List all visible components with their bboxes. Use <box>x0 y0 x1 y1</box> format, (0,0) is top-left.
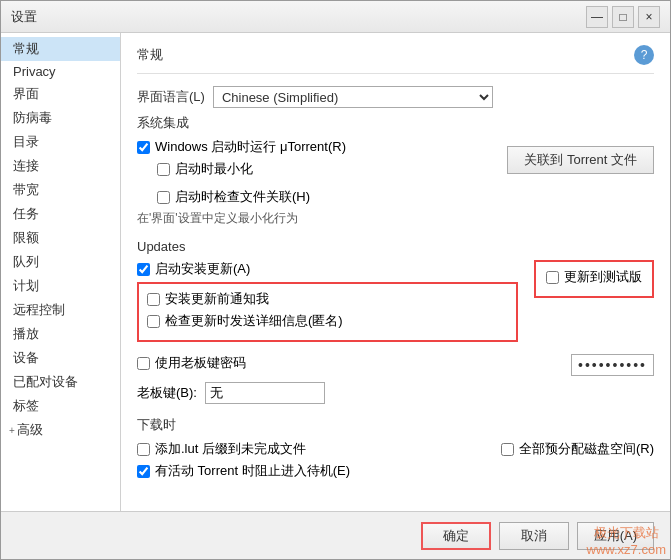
startup-run-checkbox[interactable] <box>137 141 150 154</box>
sidebar-item-playback[interactable]: 播放 <box>1 322 120 346</box>
old-key-label: 老板键(B): <box>137 384 197 402</box>
use-old-keymap-label: 使用老板键密码 <box>155 354 246 372</box>
sidebar-item-privacy[interactable]: Privacy <box>1 61 120 82</box>
sidebar: 常规 Privacy 界面 防病毒 目录 连接 带宽 任务 限额 队列 计划 远… <box>1 33 121 511</box>
send-info-checkbox[interactable] <box>147 315 160 328</box>
notify-before-install-row: 安装更新前通知我 <box>147 290 508 308</box>
download-section: 下载时 添加.lut 后缀到未完成文件 有活动 Torrent 时阻止进入待机(… <box>137 416 654 484</box>
auto-install-checkbox[interactable] <box>137 263 150 276</box>
old-key-row: 老板键(B): <box>137 382 654 404</box>
minimize-behavior-label: 在'界面'设置中定义最小化行为 <box>137 210 654 227</box>
password-field[interactable]: •••••••••• <box>571 354 654 376</box>
language-select[interactable]: Chinese (Simplified)EnglishJapanese <box>213 86 493 108</box>
sidebar-item-advanced[interactable]: + 高级 <box>1 418 120 442</box>
use-old-keymap-checkbox-row: 使用老板键密码 <box>137 354 563 372</box>
title-bar: 设置 — □ × <box>1 1 670 33</box>
full-alloc-checkbox[interactable] <box>501 443 514 456</box>
startup-run-label: Windows 启动时运行 μTorrent(R) <box>155 138 346 156</box>
sidebar-item-limit[interactable]: 限额 <box>1 226 120 250</box>
send-info-label: 检查更新时发送详细信息(匿名) <box>165 312 343 330</box>
startup-minimize-checkbox[interactable] <box>157 163 170 176</box>
sidebar-item-schedule[interactable]: 计划 <box>1 274 120 298</box>
expand-icon: + <box>9 425 15 436</box>
associate-btn[interactable]: 关联到 Torrent 文件 <box>507 146 654 174</box>
startup-minimize-row: 启动时最小化 <box>137 160 499 178</box>
updates-sub-box: 安装更新前通知我 检查更新时发送详细信息(匿名) <box>137 282 518 342</box>
beta-update-row: 更新到测试版 <box>546 268 642 286</box>
startup-check-assoc-row: 启动时检查文件关联(H) <box>157 188 654 206</box>
full-alloc-row: 全部预分配磁盘空间(R) <box>501 440 654 458</box>
use-old-keymap-row: 使用老板键密码 •••••••••• <box>137 354 654 376</box>
sidebar-item-ui[interactable]: 界面 <box>1 82 120 106</box>
sidebar-item-queue[interactable]: 队列 <box>1 250 120 274</box>
startup-check-assoc-label: 启动时检查文件关联(H) <box>175 188 310 206</box>
add-lut-label: 添加.lut 后缀到未完成文件 <box>155 440 306 458</box>
cancel-button[interactable]: 取消 <box>499 522 569 550</box>
sidebar-item-task[interactable]: 任务 <box>1 202 120 226</box>
startup-minimize-label: 启动时最小化 <box>175 160 253 178</box>
active-torrent-label: 有活动 Torrent 时阻止进入待机(E) <box>155 462 350 480</box>
updates-section: Updates 启动安装更新(A) 安装更新前通知我 <box>137 239 654 342</box>
watermark-line1: 极光下载站 <box>587 524 666 542</box>
download-section-title: 下载时 <box>137 416 654 434</box>
watermark: 极光下载站 www.xz7.com <box>587 524 666 557</box>
auto-install-label: 启动安装更新(A) <box>155 260 250 278</box>
sidebar-item-directory[interactable]: 目录 <box>1 130 120 154</box>
watermark-line2: www.xz7.com <box>587 542 666 557</box>
sidebar-item-antivirus[interactable]: 防病毒 <box>1 106 120 130</box>
auto-install-row: 启动安装更新(A) <box>137 260 518 278</box>
system-section-title: 系统集成 <box>137 114 654 132</box>
active-torrent-checkbox[interactable] <box>137 465 150 478</box>
startup-run-row: Windows 启动时运行 μTorrent(R) 启动时最小化 关联到 Tor… <box>137 138 654 182</box>
help-button[interactable]: ? <box>634 45 654 65</box>
sidebar-item-tags[interactable]: 标签 <box>1 394 120 418</box>
confirm-button[interactable]: 确定 <box>421 522 491 550</box>
beta-update-checkbox[interactable] <box>546 271 559 284</box>
close-button[interactable]: × <box>638 6 660 28</box>
full-alloc-label: 全部预分配磁盘空间(R) <box>519 440 654 458</box>
lang-label: 界面语言(L) <box>137 88 205 106</box>
send-info-row: 检查更新时发送详细信息(匿名) <box>147 312 508 330</box>
updates-section-title: Updates <box>137 239 654 254</box>
associate-btn-wrapper: 关联到 Torrent 文件 <box>507 146 654 174</box>
title-bar-controls: — □ × <box>586 6 660 28</box>
maximize-button[interactable]: □ <box>612 6 634 28</box>
main-panel: 常规 ? 界面语言(L) Chinese (Simplified)English… <box>121 33 670 511</box>
window-title: 设置 <box>11 8 37 26</box>
sidebar-item-device[interactable]: 设备 <box>1 346 120 370</box>
sidebar-item-paired-device[interactable]: 已配对设备 <box>1 370 120 394</box>
beta-update-label: 更新到测试版 <box>564 268 642 286</box>
add-lut-checkbox[interactable] <box>137 443 150 456</box>
sidebar-item-general[interactable]: 常规 <box>1 37 120 61</box>
download-left: 添加.lut 后缀到未完成文件 有活动 Torrent 时阻止进入待机(E) <box>137 440 485 484</box>
system-section: 系统集成 Windows 启动时运行 μTorrent(R) 启动时最小化 <box>137 114 654 227</box>
content-area: 常规 Privacy 界面 防病毒 目录 连接 带宽 任务 限额 队列 计划 远… <box>1 33 670 511</box>
updates-left: 启动安装更新(A) 安装更新前通知我 检查更新时发送详细信息(匿名) <box>137 260 518 342</box>
sidebar-item-remote[interactable]: 远程控制 <box>1 298 120 322</box>
minimize-button[interactable]: — <box>586 6 608 28</box>
active-torrent-row: 有活动 Torrent 时阻止进入待机(E) <box>137 462 485 480</box>
add-lut-row: 添加.lut 后缀到未完成文件 <box>137 440 485 458</box>
notify-before-install-checkbox[interactable] <box>147 293 160 306</box>
notify-before-install-label: 安装更新前通知我 <box>165 290 269 308</box>
main-panel-title: 常规 ? <box>137 45 654 74</box>
startup-run-checkbox-row: Windows 启动时运行 μTorrent(R) <box>137 138 499 156</box>
oldkey-section: 使用老板键密码 •••••••••• 老板键(B): <box>137 354 654 404</box>
download-right: 全部预分配磁盘空间(R) <box>501 440 654 462</box>
beta-update-box: 更新到测试版 <box>534 260 654 298</box>
old-key-input[interactable] <box>205 382 325 404</box>
startup-check-assoc-checkbox[interactable] <box>157 191 170 204</box>
language-section: 界面语言(L) Chinese (Simplified)EnglishJapan… <box>137 86 654 108</box>
sidebar-item-connection[interactable]: 连接 <box>1 154 120 178</box>
sidebar-item-bandwidth[interactable]: 带宽 <box>1 178 120 202</box>
use-old-keymap-checkbox[interactable] <box>137 357 150 370</box>
bottom-bar: 确定 取消 应用(A) 极光下载站 www.xz7.com <box>1 511 670 559</box>
settings-window: 设置 — □ × 常规 Privacy 界面 防病毒 目录 连接 带宽 任务 限… <box>0 0 671 560</box>
